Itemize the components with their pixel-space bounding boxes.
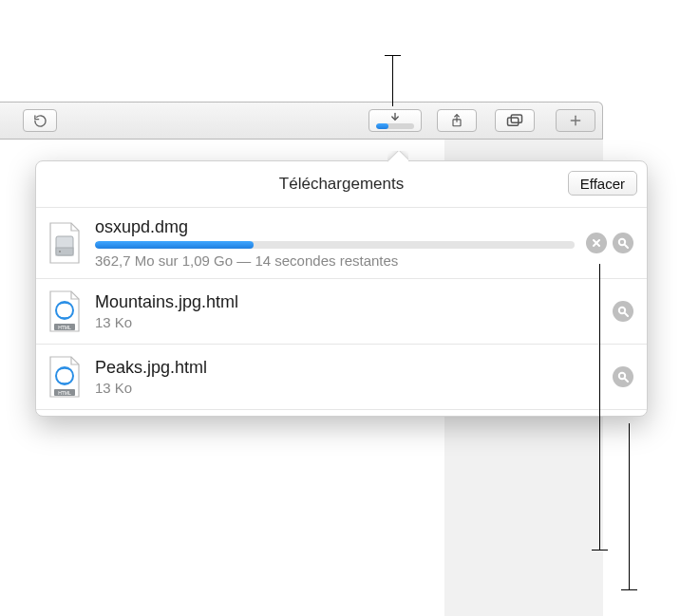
svg-rect-4	[511, 115, 521, 122]
reload-button[interactable]	[23, 109, 57, 132]
svg-line-13	[625, 245, 628, 248]
callout-line	[392, 55, 393, 106]
downloads-mini-progress-fill	[376, 123, 388, 129]
popover-title: Téléchargements	[279, 175, 404, 194]
reveal-in-finder-button[interactable]	[613, 233, 633, 253]
svg-rect-3	[508, 118, 519, 125]
magnifier-icon	[617, 237, 629, 249]
reveal-in-finder-button[interactable]	[613, 366, 633, 387]
download-progress-fill	[95, 241, 254, 249]
popover-header: Téléchargements Effacer	[36, 161, 647, 207]
callout-line	[621, 589, 637, 590]
share-icon	[450, 113, 463, 128]
callout-line	[385, 55, 401, 56]
svg-line-18	[625, 313, 628, 316]
clear-downloads-label: Effacer	[580, 176, 625, 192]
dmg-file-icon	[46, 220, 84, 266]
download-item[interactable]: HTML Peaks.jpg.html 13 Ko	[36, 344, 647, 410]
html-file-icon: HTML	[46, 354, 84, 400]
plus-icon	[569, 114, 582, 127]
download-status: 13 Ko	[95, 380, 601, 396]
download-progress-track	[95, 241, 575, 249]
svg-point-17	[619, 308, 625, 313]
svg-text:HTML: HTML	[58, 325, 71, 330]
reveal-in-finder-button[interactable]	[613, 301, 633, 322]
svg-point-12	[619, 239, 625, 245]
svg-text:HTML: HTML	[58, 390, 71, 396]
callout-line	[629, 423, 630, 590]
downloads-popover: Téléchargements Effacer osxupd.dmg	[35, 160, 648, 417]
svg-rect-8	[56, 248, 73, 255]
download-filename: osxupd.dmg	[95, 217, 575, 237]
cancel-download-button[interactable]	[586, 233, 607, 253]
download-status: 362,7 Mo sur 1,09 Go — 14 secondes resta…	[95, 252, 575, 269]
svg-point-22	[619, 373, 625, 379]
cancel-icon	[592, 238, 601, 248]
callout-line	[599, 264, 600, 551]
downloads-mini-progress	[376, 123, 414, 129]
callout-line	[592, 550, 608, 551]
download-arrow-icon	[389, 112, 401, 122]
svg-point-9	[59, 251, 61, 252]
svg-line-23	[625, 379, 628, 382]
new-tab-button[interactable]	[556, 109, 595, 132]
tabs-icon	[506, 114, 523, 127]
download-item[interactable]: HTML Mountains.jpg.html 13 Ko	[36, 278, 647, 344]
clear-downloads-button[interactable]: Effacer	[568, 171, 637, 196]
magnifier-icon	[617, 371, 629, 383]
download-filename: Peaks.jpg.html	[95, 358, 601, 378]
download-filename: Mountains.jpg.html	[95, 292, 601, 312]
download-status: 13 Ko	[95, 314, 601, 330]
show-all-tabs-button[interactable]	[495, 109, 535, 132]
download-item[interactable]: osxupd.dmg 362,7 Mo sur 1,09 Go — 14 sec…	[36, 207, 647, 278]
magnifier-icon	[617, 306, 629, 317]
browser-toolbar	[0, 102, 603, 140]
reload-icon	[33, 114, 47, 128]
downloads-list: osxupd.dmg 362,7 Mo sur 1,09 Go — 14 sec…	[36, 207, 647, 410]
downloads-button[interactable]	[368, 109, 422, 132]
share-button[interactable]	[437, 109, 477, 132]
html-file-icon: HTML	[46, 289, 84, 334]
